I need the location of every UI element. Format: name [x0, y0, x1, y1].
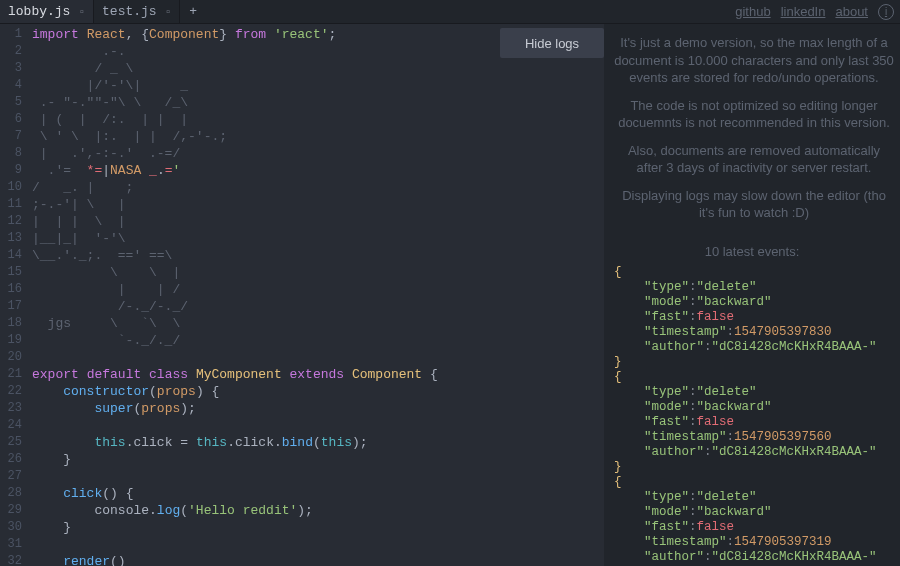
line-gutter: 1 2 3 4 5 6 7 8 9 10 11 12 13 14 15 16 1…	[0, 24, 28, 566]
code-area[interactable]: import React, {Component} from 'react'; …	[28, 24, 604, 566]
info-text: It's just a demo version, so the max len…	[614, 34, 894, 87]
events-title: 10 latest events:	[604, 244, 900, 259]
tab-test-js[interactable]: test.js ▫	[94, 0, 180, 23]
logs-info: It's just a demo version, so the max len…	[604, 24, 900, 240]
close-icon[interactable]: ▫	[165, 6, 172, 18]
topbar: lobby.js ▫ test.js ▫ + github linkedIn a…	[0, 0, 900, 24]
link-about[interactable]: about	[835, 4, 868, 19]
tab-label: test.js	[102, 4, 157, 19]
tab-label: lobby.js	[8, 4, 70, 19]
hide-logs-button[interactable]: Hide logs	[500, 28, 604, 58]
link-linkedin[interactable]: linkedIn	[781, 4, 826, 19]
tab-lobby-js[interactable]: lobby.js ▫	[0, 0, 94, 23]
info-text: Also, documents are removed automaticall…	[614, 142, 894, 177]
link-github[interactable]: github	[735, 4, 770, 19]
info-text: Displaying logs may slow down the editor…	[614, 187, 894, 222]
main: 1 2 3 4 5 6 7 8 9 10 11 12 13 14 15 16 1…	[0, 24, 900, 566]
code-editor[interactable]: 1 2 3 4 5 6 7 8 9 10 11 12 13 14 15 16 1…	[0, 24, 604, 566]
events-log: { "type":"delete" "mode":"backward" "fas…	[604, 265, 900, 566]
nav-links: github linkedIn about i	[735, 0, 900, 23]
info-text: The code is not optimized so editing lon…	[614, 97, 894, 132]
add-tab-button[interactable]: +	[180, 0, 206, 23]
info-icon[interactable]: i	[878, 4, 894, 20]
close-icon[interactable]: ▫	[78, 6, 85, 18]
tab-bar: lobby.js ▫ test.js ▫ +	[0, 0, 206, 23]
logs-panel: Hide logs It's just a demo version, so t…	[604, 24, 900, 566]
